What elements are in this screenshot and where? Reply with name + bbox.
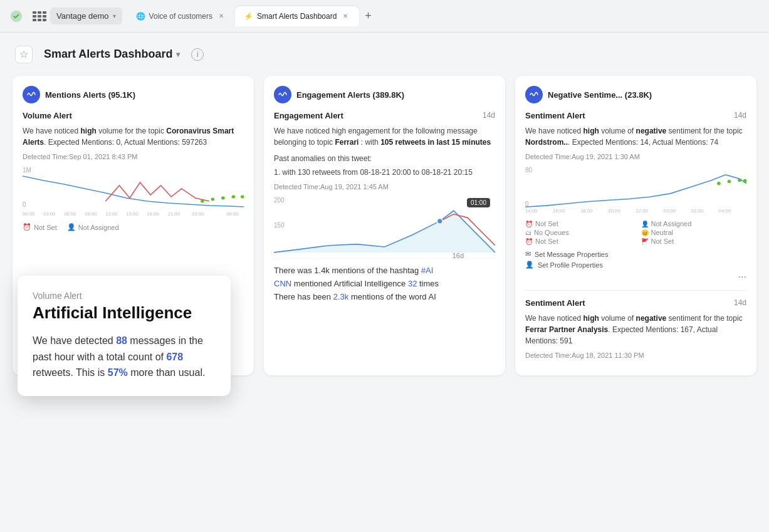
app-name-button[interactable]: Vantage demo ▾ — [50, 8, 122, 24]
message-icon: ✉ — [525, 250, 531, 258]
card3-status1: ⏰ Not Set — [525, 220, 631, 227]
card1-footer-right: Not Assigned — [78, 224, 119, 231]
svg-text:12:00: 12:00 — [105, 211, 117, 217]
svg-text:18:00: 18:00 — [580, 208, 592, 214]
card3-assignee: 👤 Not Assigned — [641, 220, 747, 227]
sentiment-icon: 😐 — [641, 229, 649, 236]
card3-queue: 🗂 No Queues — [525, 229, 631, 236]
svg-text:16:00: 16:00 — [553, 208, 565, 214]
card1-assignee: 👤 Not Assigned — [67, 223, 119, 231]
card3-f2: Not Assigned — [651, 220, 692, 227]
tab-bar: 🌐 Voice of customers ✕ ⚡ Smart Alerts Da… — [127, 6, 761, 26]
card1-alert-type: Volume Alert — [23, 111, 72, 120]
card2-icon — [274, 86, 291, 103]
svg-text:06:00: 06:00 — [64, 211, 76, 217]
popup-pct: 57% — [108, 367, 128, 378]
card2-y-mid: 150 — [274, 222, 285, 229]
star-button[interactable]: ☆ — [15, 46, 33, 63]
card1-icon — [23, 86, 40, 103]
chevron-down-icon: ▾ — [176, 50, 180, 59]
svg-point-3 — [232, 196, 236, 199]
tab2-label: Smart Alerts Dashboard — [257, 12, 337, 21]
tab1-close-button[interactable]: ✕ — [216, 11, 226, 21]
clock-icon: ⏰ — [23, 223, 31, 231]
card2-cnn: CNN — [274, 279, 291, 288]
svg-text:09:00: 09:00 — [85, 211, 97, 217]
card2-num3: 2.3k — [333, 292, 349, 301]
card2-sub-content: There was 1.4k mentions of the hashtag #… — [274, 266, 495, 301]
new-tab-button[interactable]: + — [359, 8, 377, 25]
card3-action2[interactable]: 👤 Set Profile Properties — [525, 261, 746, 269]
card1-alert-text: We have noticed high volume for the topi… — [23, 125, 244, 148]
card2-days-label: 16d — [453, 252, 464, 259]
clock-icon: ⏰ — [525, 221, 533, 227]
card2-alert-type: Engagement Alert — [274, 111, 343, 120]
more-options-button[interactable]: ··· — [525, 271, 746, 283]
card2-chart: 200 150 01:00 16d — [274, 197, 495, 259]
card2-title: Engagement Alerts (389.8K) — [296, 90, 404, 100]
card2-word-ai: mentions of the word AI — [351, 292, 436, 301]
card3-f5: Not Set — [535, 237, 558, 245]
card3-y-min: 0 — [525, 201, 529, 207]
queue-icon: 🗂 — [525, 229, 531, 236]
card3-alert-row: Sentiment Alert 14d — [525, 111, 746, 120]
dashboard-title: Smart Alerts Dashboard — [44, 48, 172, 61]
svg-point-1 — [211, 198, 215, 201]
svg-text:03:00: 03:00 — [43, 211, 55, 217]
app-name-label: Vantage demo — [56, 11, 109, 21]
svg-point-15 — [437, 218, 442, 224]
card1-y-max: 1M — [23, 167, 31, 174]
svg-text:18:00: 18:00 — [147, 211, 159, 217]
negative-sentiment-card: Negative Sentime... (23.8K) Sentiment Al… — [515, 76, 756, 375]
svg-text:04:00: 04:00 — [719, 208, 731, 214]
card2-sub-label2: mentioned Artificial Intelligence — [294, 279, 408, 288]
tab-smart-alerts-dashboard[interactable]: ⚡ Smart Alerts Dashboard ✕ — [235, 6, 359, 26]
card3-f1: Not Set — [535, 220, 558, 227]
popup-title: Artificial Intelligence — [33, 303, 216, 323]
card3-alert2-detected: Detected Time:Aug 18, 2021 11:30 PM — [525, 352, 746, 359]
svg-text:00:00: 00:00 — [664, 208, 676, 214]
dashboard-title-button[interactable]: Smart Alerts Dashboard ▾ — [39, 45, 185, 63]
clock-icon2: ⏰ — [525, 238, 533, 245]
card1-alert-row: Volume Alert — [23, 111, 244, 120]
card3-alert2-days: 14d — [734, 298, 746, 307]
card1-title: Mentions Alerts (95.1K) — [45, 90, 135, 100]
card3-alert2-row: Sentiment Alert 14d — [525, 298, 746, 308]
svg-point-19 — [738, 179, 741, 182]
card2-sub-text: Past anomalies on this tweet: — [274, 153, 495, 164]
tab2-close-button[interactable]: ✕ — [340, 11, 350, 21]
profile-icon: 👤 — [525, 261, 534, 269]
card3-detected-time: Detected Time:Aug 19, 2021 1:30 AM — [525, 153, 746, 160]
card2-alert-text: We have noticed high engagement for the … — [274, 125, 495, 148]
popup-num2: 678 — [166, 352, 183, 362]
svg-text:20:00: 20:00 — [608, 208, 620, 214]
card3-action2-label: Set Profile Properties — [538, 261, 603, 269]
card1-y-min: 0 — [23, 201, 26, 208]
card3-action1[interactable]: ✉ Set Message Properties — [525, 250, 746, 258]
app-switcher-icon[interactable] — [30, 9, 45, 24]
card3-sentiment: 😐 Neutral — [641, 229, 747, 236]
svg-text:15:00: 15:00 — [126, 211, 138, 217]
card3-footer: ⏰ Not Set 👤 Not Assigned 🗂 No Queues 😐 N… — [525, 220, 746, 245]
card1-footer-left: Not Set — [34, 224, 57, 231]
person-icon: 👤 — [67, 223, 76, 231]
card2-detected-time: Detected Time:Aug 19, 2021 1:45 AM — [274, 183, 495, 190]
card3-alert2-type: Sentiment Alert — [525, 298, 585, 308]
card2-sub-label1: There was 1.4k mentions of the hashtag — [274, 266, 421, 275]
svg-text:22:00: 22:00 — [636, 208, 648, 214]
tab1-label: Voice of customers — [149, 12, 212, 21]
flag-icon: 🚩 — [641, 238, 649, 245]
card3-second-alert: Sentiment Alert 14d We have noticed high… — [525, 290, 746, 359]
card2-anomaly: 1. with 130 retweets from 08-18-21 20:00… — [274, 167, 495, 178]
info-icon[interactable]: i — [191, 48, 204, 61]
popup-alert-type: Volume Alert — [33, 291, 216, 301]
tab-voice-of-customers[interactable]: 🌐 Voice of customers ✕ — [127, 6, 235, 26]
card1-detected-time: Detected Time:Sep 01, 2021 8:43 PM — [23, 153, 244, 160]
dashboard-header: ☆ Smart Alerts Dashboard ▾ i — [13, 45, 756, 63]
card3-action1-label: Set Message Properties — [535, 251, 608, 258]
browser-chrome: Vantage demo ▾ 🌐 Voice of customers ✕ ⚡ … — [0, 0, 769, 33]
card3-alert-type: Sentiment Alert — [525, 111, 585, 120]
chevron-down-icon: ▾ — [113, 13, 116, 19]
card3-chart: 80 0 14:00 16:00 18:00 20:00 22:00 — [525, 167, 746, 214]
card2-y-max: 200 — [274, 197, 285, 204]
